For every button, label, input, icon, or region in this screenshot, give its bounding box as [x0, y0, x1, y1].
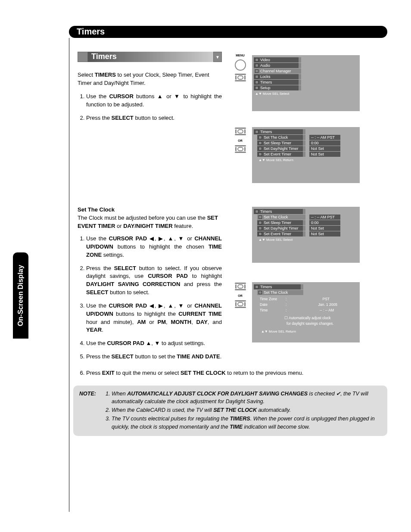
osd-item: Set Day/Night Timer [257, 226, 305, 231]
dpad-icon [234, 300, 247, 309]
step-item: Use the CURSOR PAD ◀, ▶, ▲, ▼ or CHANNEL… [86, 302, 222, 334]
step-item: Press the SELECT button to set the TIME … [86, 353, 222, 361]
osd-item: Set The Clock [257, 135, 305, 140]
osd-sub: Set The Clock [257, 290, 303, 295]
osd-item: Timers [254, 80, 301, 85]
osd-hint: ▲▼ Move SEL Return [257, 157, 305, 163]
osd-item: Set The Clock [257, 215, 305, 220]
osd-item: Channel Manager [254, 68, 301, 74]
osd-timers-menu-b: Timers Set The Clock Set Sleep Timer Set… [252, 207, 360, 263]
osd-kv: Time Zone:PST [260, 296, 355, 302]
note-item: The TV counts electrical pulses for regu… [112, 415, 381, 430]
osd-hint: ▲▼ Move SEL Select [257, 237, 305, 243]
steps-list-b-wide: Press EXIT to quit the menu or select SE… [78, 370, 385, 376]
menu-label: MENU [236, 54, 245, 57]
osd-hint: ▲▼ Move SEL Return [260, 328, 355, 335]
osd-title: Timers [254, 209, 305, 214]
steps-list-a: Use the CURSOR buttons ▲ or ▼ to highlig… [78, 93, 222, 128]
step-item: Use the CURSOR buttons ▲ or ▼ to highlig… [86, 93, 222, 109]
steps-list-b: Use the CURSOR PAD ◀, ▶, ▲, ▼ or CHANNEL… [78, 235, 222, 366]
osd-set-clock: Timers Set The Clock Time Zone:PST Date:… [252, 282, 360, 342]
osd-auto-adjust: ☐ Automatically adjust clock for dayligh… [260, 315, 355, 327]
section-title-bar: Timers ▼ [78, 52, 222, 62]
section-tab-label: On-Screen Display [17, 265, 25, 326]
dpad-icon [234, 282, 247, 292]
osd-item: Set Sleep Timer [257, 220, 305, 225]
osd-value: Not Set [309, 231, 340, 236]
page-title: Timers [77, 27, 105, 36]
step-item: Press the SELECT button to select. If yo… [86, 264, 222, 297]
section-tab: On-Screen Display [13, 252, 28, 339]
step-item: Use the CURSOR PAD ◀, ▶, ▲, ▼ or CHANNEL… [86, 235, 222, 259]
osd-item: Set Event Timer [257, 231, 305, 236]
note-box: NOTE: When AUTOMATICALLY ADJUST CLOCK FO… [73, 386, 387, 436]
or-label: OR [238, 294, 243, 297]
step-item: Press the SELECT button to select. [86, 114, 222, 122]
osd-value: 0:00 [309, 140, 340, 146]
osd-value: Not Set [309, 146, 340, 151]
osd-kv: Time:-- : -- AM [260, 308, 355, 313]
osd-title: Timers [254, 129, 305, 134]
osd-value: -- : -- AM PST [309, 135, 340, 140]
section-square-icon [78, 52, 88, 62]
osd-timers-menu: Timers Set The Clock Set Sleep Timer Set… [252, 127, 360, 183]
step-item: Press EXIT to quit the menu or select SE… [86, 370, 385, 376]
osd-item: Set Day/Night Timer [257, 146, 305, 151]
dpad-icon [234, 127, 247, 137]
osd-item: Setup [254, 85, 301, 90]
osd-value: -- : -- AM PST [309, 215, 340, 220]
subheading-block: Set The Clock The Clock must be adjusted… [78, 206, 222, 230]
or-label: OR [238, 139, 243, 142]
osd-item: Locks [254, 74, 301, 79]
remote-or-diagram: OR [233, 127, 248, 154]
chevron-down-icon: ▼ [213, 52, 222, 62]
osd-title: Timers [254, 284, 303, 289]
remote-menu-diagram: MENU [233, 54, 248, 83]
circle-button-icon [235, 59, 246, 71]
dpad-icon [234, 73, 247, 83]
page-header-bar: Timers [69, 26, 387, 38]
osd-hint: ▲▼ Move SEL Select [254, 91, 301, 96]
subheading: Set The Clock [78, 206, 115, 213]
osd-main-menu: Video Audio Channel Manager Locks Timers… [252, 55, 360, 111]
note-item: When AUTOMATICALLY ADJUST CLOCK FOR DAYL… [112, 390, 381, 405]
osd-value: Not Set [309, 226, 340, 231]
remote-or-diagram-b: OR [233, 282, 248, 309]
note-lead: NOTE: [79, 390, 96, 398]
osd-item: Set Event Timer [257, 152, 305, 157]
vertical-rule [69, 38, 69, 512]
section-title: Timers [88, 52, 213, 62]
note-item: When the CableCARD is used, the TV will … [112, 406, 381, 414]
osd-value: 0:00 [309, 220, 340, 225]
dpad-icon [234, 145, 247, 154]
osd-item: Audio [254, 63, 301, 68]
osd-value: Not Set [309, 152, 340, 157]
step-item: Use the CURSOR PAD ▲, ▼ to adjust settin… [86, 339, 222, 348]
intro-paragraph: Select TIMERS to set your Clock, Sleep T… [78, 71, 222, 87]
osd-kv: Date:Jan. 1 2005 [260, 302, 355, 308]
osd-item: Video [254, 57, 301, 62]
osd-item: Set Sleep Timer [257, 140, 305, 146]
